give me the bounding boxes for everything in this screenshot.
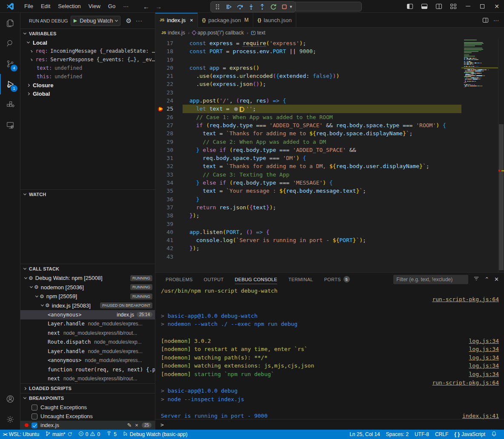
code-line[interactable]: 28 text = `Thanks for adding me to ${req… [155, 129, 461, 137]
variables-section-header[interactable]: VARIABLES [20, 29, 155, 38]
stop-icon[interactable] [280, 2, 289, 11]
code-line[interactable]: 38}); [155, 211, 461, 220]
step-into-icon[interactable] [246, 2, 256, 11]
console-filter-input[interactable]: Filter (e.g. text, !exclude) [393, 275, 468, 284]
close-panel-icon[interactable]: ✕ [494, 276, 499, 282]
minimap[interactable] [461, 38, 498, 272]
status-eol[interactable]: CRLF [432, 430, 451, 439]
filter-icon[interactable] [473, 276, 479, 283]
code-line[interactable]: 21 .use(express.urlencoded({extended: fa… [155, 72, 461, 80]
status-ports[interactable]: 5 [103, 430, 120, 439]
menu-go[interactable]: Go [104, 0, 119, 13]
code-line[interactable]: 40app.listen(PORT, () => { [155, 228, 461, 236]
code-line[interactable]: 18const PORT = process.env.PORT || 9000; [155, 47, 461, 55]
customize-layout-icon[interactable] [446, 0, 461, 13]
split-editor-icon[interactable] [483, 18, 488, 23]
code-line[interactable]: 17const express = require('express'); [155, 39, 461, 47]
code-line[interactable]: 36 } [155, 195, 461, 203]
menu-view[interactable]: View [85, 0, 104, 13]
activitybar-extensions-icon[interactable] [0, 94, 20, 115]
source-link[interactable]: run-script-pkg.js:64 [432, 379, 499, 387]
status-language[interactable]: { }JavaScript [451, 430, 488, 439]
code-line[interactable]: 32 text = `Thanks for adding me to a DM,… [155, 162, 461, 170]
editor-more-actions-icon[interactable]: ··· [493, 17, 499, 23]
callstack-section-header[interactable]: CALL STACK [20, 264, 155, 274]
panel-tab-output[interactable]: OUTPUT [204, 273, 224, 286]
scrollbar-thumb[interactable] [499, 124, 504, 270]
code-line[interactable]: 31 req.body.space.type === 'DM') { [155, 154, 461, 162]
menu-selection[interactable]: Selection [54, 0, 84, 13]
menu-file[interactable]: File [20, 0, 37, 13]
menu-[interactable]: ··· [119, 0, 132, 13]
breakpoint-checkbox[interactable] [32, 422, 37, 428]
variable-scope-global[interactable]: Global [20, 89, 155, 98]
minimize-button[interactable] [461, 0, 475, 13]
close-button[interactable]: ✕ [490, 0, 504, 13]
restart-icon[interactable] [269, 2, 278, 11]
activitybar-search-icon[interactable] [0, 33, 20, 54]
source-link[interactable]: log.js:34 [469, 353, 499, 362]
callstack-session[interactable]: ⚙index.js [25083]PAUSED ON BREAKPOINT [20, 301, 155, 311]
status-remote[interactable]: ><WSL: Ubuntu [0, 430, 42, 439]
callstack-frame[interactable]: function router(req, res, next) {.pr [20, 365, 155, 374]
callstack-frame[interactable]: <anonymous>index.js25:14 [20, 310, 155, 319]
debug-console-input[interactable]: > [155, 419, 504, 430]
watch-section-header[interactable]: WATCH [20, 190, 155, 199]
callstack-frame[interactable]: nextnode_modules/express/lib/rout... [20, 374, 155, 384]
start-debug-icon[interactable]: ▶ [74, 18, 77, 23]
activitybar-explorer-icon[interactable] [0, 13, 20, 33]
code-line[interactable]: 24app.post('/', (req, res) => { [155, 97, 461, 105]
callstack-frame[interactable]: Route.dispatchnode_modules/exp... [20, 338, 155, 347]
back-arrow-icon[interactable]: ← [143, 3, 149, 10]
configure-gear-icon[interactable]: ⚙ [126, 17, 131, 25]
remove-breakpoint-icon[interactable]: × [135, 422, 138, 428]
code-line[interactable]: 34 } else if (req.body.type === 'MESSAGE… [155, 179, 461, 187]
status-branch[interactable]: main* [42, 430, 75, 439]
status-notifications[interactable] [488, 430, 500, 439]
source-link[interactable]: index.js:41 [462, 412, 499, 419]
activitybar-run-and-debug-icon[interactable]: 1 [0, 74, 20, 94]
panel-tab-debug-console[interactable]: DEBUG CONSOLE [235, 273, 278, 286]
loadedscripts-section-header[interactable]: LOADED SCRIPTS [20, 384, 155, 393]
code-line[interactable]: 39 [155, 220, 461, 228]
toggle-panel-icon[interactable] [417, 0, 432, 13]
callstack-session[interactable]: ⚙nodemon [25036]RUNNING [20, 283, 155, 292]
source-link[interactable]: log.js:34 [469, 362, 499, 370]
tab-launch-json[interactable]: {}launch.json [253, 13, 296, 27]
step-over-icon[interactable] [235, 2, 245, 11]
activitybar-settings-icon[interactable] [0, 409, 20, 430]
breadcrumb-item[interactable]: app.post('/') callback [192, 30, 244, 36]
callstack-frame[interactable]: Layer.handlenode_modules/expres... [20, 347, 155, 356]
code-line[interactable]: 19 [155, 56, 461, 64]
code-line[interactable]: 23 [155, 88, 461, 97]
close-tab-icon[interactable]: × [190, 17, 193, 23]
breakpoint-row[interactable]: Uncaught Exceptions [20, 412, 155, 421]
editor-scrollbar[interactable] [498, 38, 504, 272]
activitybar-source-control-icon[interactable]: 4 [0, 54, 20, 74]
panel-tab-problems[interactable]: PROBLEMS [166, 273, 193, 286]
code-line[interactable]: 30 } else if (req.body.type === 'ADDED_T… [155, 146, 461, 154]
source-link[interactable]: log.js:34 [469, 345, 499, 353]
code-line[interactable]: 26 // Case 1: When App was added to the … [155, 113, 461, 121]
breadcrumb-item[interactable]: JSindex.js [161, 30, 185, 36]
breakpoint-row[interactable]: Caught Exceptions [20, 403, 155, 412]
callstack-frame[interactable]: Layer.handlenode_modules/expres... [20, 319, 155, 329]
code-line[interactable]: 41 console.log(`Server is running in por… [155, 236, 461, 244]
source-link[interactable]: log.js:34 [469, 337, 499, 345]
variable-row[interactable]: req:IncomingMessage {_readableState: … [20, 47, 155, 55]
status-problems[interactable]: 00 [75, 430, 103, 439]
step-out-icon[interactable] [258, 2, 267, 11]
breakpoint-checkbox[interactable] [32, 413, 37, 419]
code-line[interactable]: 25 let text = ''; [155, 105, 461, 113]
panel-tab-terminal[interactable]: TERMINAL [288, 273, 313, 286]
code-line[interactable]: 22 .use(express.json()); [155, 80, 461, 88]
status-encoding[interactable]: UTF-8 [412, 430, 432, 439]
continue-icon[interactable] [224, 2, 234, 11]
callstack-session[interactable]: ⚙npm [25059]RUNNING [20, 292, 155, 301]
paused-breakpoint-icon[interactable] [158, 106, 163, 111]
code-line[interactable]: 33 // Case 3: Texting the App [155, 171, 461, 179]
code-line[interactable]: 29 // Case 2: When App was added to a DM [155, 138, 461, 146]
code-line[interactable]: 37 return res.json({text}); [155, 203, 461, 211]
toggle-secondary-sidebar-icon[interactable] [432, 0, 446, 13]
code-line[interactable]: 43 [155, 253, 461, 261]
